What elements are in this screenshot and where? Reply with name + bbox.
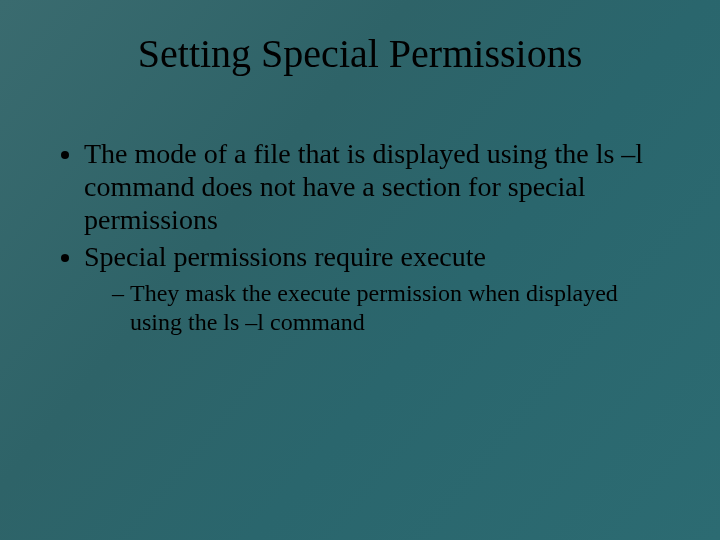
- bullet-item: The mode of a file that is displayed usi…: [84, 137, 680, 236]
- sub-bullet-list: They mask the execute permission when di…: [84, 279, 660, 337]
- bullet-list: The mode of a file that is displayed usi…: [40, 137, 680, 337]
- bullet-item: Special permissions require execute They…: [84, 240, 680, 337]
- slide: Setting Special Permissions The mode of …: [0, 0, 720, 540]
- slide-title: Setting Special Permissions: [40, 30, 680, 77]
- bullet-text: Special permissions require execute: [84, 241, 486, 272]
- sub-bullet-item: They mask the execute permission when di…: [112, 279, 660, 337]
